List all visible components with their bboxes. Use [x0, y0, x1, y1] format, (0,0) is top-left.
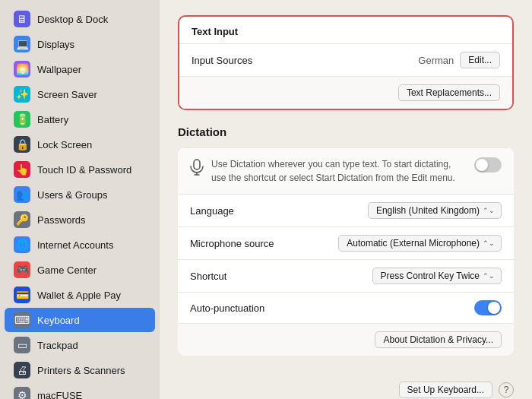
- sidebar-item-screen-saver[interactable]: ✨Screen Saver: [5, 82, 155, 106]
- game-center-icon: 🎮: [14, 261, 30, 278]
- sidebar-item-internet-accounts[interactable]: 🌐Internet Accounts: [5, 233, 155, 257]
- sidebar-item-desktop-dock[interactable]: 🖥Desktop & Dock: [5, 7, 155, 31]
- language-value: English (United Kingdom): [376, 205, 480, 216]
- screen-saver-icon: ✨: [14, 86, 30, 103]
- sidebar-item-macfuse[interactable]: ⚙macFUSE: [5, 383, 155, 399]
- wallet-label: Wallet & Apple Pay: [37, 290, 121, 301]
- wallpaper-label: Wallpaper: [37, 64, 81, 75]
- shortcut-value: Press Control Key Twice: [381, 271, 480, 281]
- auto-punctuation-label: Auto-punctuation: [190, 302, 474, 314]
- setup-keyboard-button[interactable]: Set Up Keyboard...: [399, 382, 492, 398]
- screen-saver-label: Screen Saver: [37, 89, 97, 100]
- shortcut-label: Shortcut: [190, 271, 372, 282]
- lock-screen-icon: 🔒: [14, 136, 30, 153]
- language-row: Language English (United Kingdom) ⌃⌄: [178, 194, 514, 226]
- shortcut-select[interactable]: Press Control Key Twice ⌃⌄: [372, 268, 502, 284]
- sidebar-item-touch-id[interactable]: 👆Touch ID & Password: [5, 157, 155, 182]
- trackpad-label: Trackpad: [37, 340, 78, 351]
- dictation-box: Use Dictation wherever you can type text…: [178, 147, 514, 356]
- touch-id-icon: 👆: [14, 161, 30, 178]
- wallet-icon: 💳: [14, 287, 30, 303]
- game-center-label: Game Center: [37, 264, 97, 276]
- keyboard-label: Keyboard: [37, 315, 80, 326]
- sidebar-item-users-groups[interactable]: 👥Users & Groups: [5, 182, 155, 207]
- displays-icon: 💻: [14, 36, 30, 52]
- chevron-icon: ⌃⌄: [483, 207, 495, 214]
- language-select[interactable]: English (United Kingdom) ⌃⌄: [368, 202, 502, 219]
- help-button[interactable]: ?: [499, 382, 514, 397]
- touch-id-label: Touch ID & Password: [37, 164, 131, 176]
- keyboard-icon: ⌨: [14, 312, 30, 328]
- sidebar-item-passwords[interactable]: 🔑Passwords: [5, 207, 155, 232]
- auto-punctuation-row: Auto-punctuation: [178, 292, 514, 323]
- text-input-title: Text Input: [179, 17, 512, 43]
- sidebar-item-battery[interactable]: 🔋Battery: [5, 107, 155, 131]
- printers-label: Printers & Scanners: [37, 365, 125, 376]
- battery-icon: 🔋: [14, 111, 30, 128]
- displays-label: Displays: [37, 39, 74, 50]
- svg-rect-0: [194, 160, 200, 169]
- passwords-icon: 🔑: [14, 211, 30, 228]
- microphone-select[interactable]: Automatic (External Microphone) ⌃⌄: [338, 235, 502, 252]
- shortcut-row: Shortcut Press Control Key Twice ⌃⌄: [178, 259, 514, 292]
- microphone-row: Microphone source Automatic (External Mi…: [178, 226, 514, 259]
- desktop-dock-label: Desktop & Dock: [37, 14, 108, 25]
- battery-label: Battery: [37, 114, 68, 125]
- sidebar-item-displays[interactable]: 💻Displays: [5, 32, 155, 56]
- about-dictation-row: About Dictation & Privacy...: [178, 323, 514, 356]
- language-label: Language: [190, 205, 368, 217]
- macfuse-icon: ⚙: [14, 387, 30, 399]
- dictation-info-text: Use Dictation wherever you can type text…: [211, 157, 467, 185]
- sidebar: 🖥Desktop & Dock💻Displays🌅Wallpaper✨Scree…: [0, 0, 160, 399]
- auto-punctuation-toggle[interactable]: [474, 300, 502, 315]
- printers-icon: 🖨: [14, 362, 30, 378]
- about-dictation-button[interactable]: About Dictation & Privacy...: [375, 331, 502, 348]
- wallpaper-icon: 🌅: [14, 61, 30, 78]
- sidebar-item-keyboard[interactable]: ⌨Keyboard: [5, 308, 155, 332]
- desktop-dock-icon: 🖥: [14, 11, 30, 27]
- main-content: Text Input Input Sources German Edit... …: [160, 0, 532, 399]
- chevron-icon-2: ⌃⌄: [483, 239, 495, 247]
- toggle-knob: [476, 159, 488, 171]
- dictation-section: Dictation Use Dictation wherever you can…: [178, 125, 514, 398]
- sidebar-item-wallet[interactable]: 💳Wallet & Apple Pay: [5, 283, 155, 307]
- users-groups-icon: 👥: [14, 186, 30, 203]
- bottom-bar: Set Up Keyboard... ?: [178, 371, 514, 398]
- passwords-label: Passwords: [37, 214, 86, 226]
- internet-accounts-icon: 🌐: [14, 236, 30, 253]
- macfuse-label: macFUSE: [37, 390, 82, 400]
- text-input-section: Text Input Input Sources German Edit... …: [178, 15, 514, 110]
- lock-screen-label: Lock Screen: [37, 139, 92, 150]
- dictation-info-row: Use Dictation wherever you can type text…: [178, 147, 514, 194]
- microphone-label: Microphone source: [190, 238, 338, 249]
- text-replacements-button[interactable]: Text Replacements...: [398, 84, 500, 101]
- dictation-title: Dictation: [178, 125, 514, 138]
- input-sources-row: Input Sources German Edit...: [179, 43, 512, 76]
- input-sources-label: Input Sources: [192, 55, 418, 66]
- edit-button[interactable]: Edit...: [460, 52, 500, 68]
- chevron-icon-3: ⌃⌄: [483, 272, 495, 280]
- sidebar-item-lock-screen[interactable]: 🔒Lock Screen: [5, 132, 155, 157]
- sidebar-item-printers[interactable]: 🖨Printers & Scanners: [5, 358, 155, 382]
- internet-accounts-label: Internet Accounts: [37, 239, 113, 251]
- text-replacements-row: Text Replacements...: [179, 76, 512, 109]
- dictation-toggle[interactable]: [474, 157, 502, 173]
- input-sources-value: German: [418, 55, 454, 66]
- toggle-knob-2: [488, 302, 500, 314]
- users-groups-label: Users & Groups: [37, 189, 107, 201]
- sidebar-item-wallpaper[interactable]: 🌅Wallpaper: [5, 57, 155, 81]
- sidebar-item-game-center[interactable]: 🎮Game Center: [5, 258, 155, 282]
- trackpad-icon: ▭: [14, 337, 30, 353]
- sidebar-item-trackpad[interactable]: ▭Trackpad: [5, 333, 155, 357]
- microphone-icon: [190, 159, 204, 178]
- microphone-value: Automatic (External Microphone): [347, 238, 480, 249]
